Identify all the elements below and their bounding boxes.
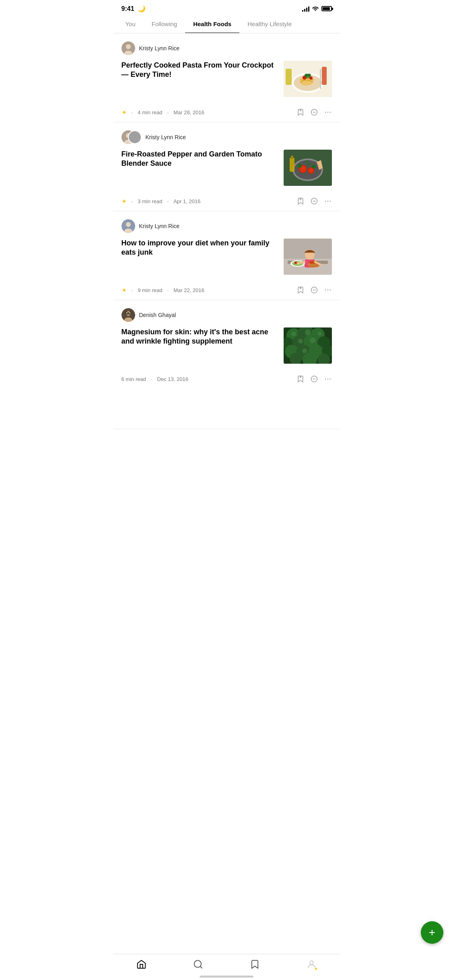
svg-point-66 — [329, 290, 331, 291]
tab-you[interactable]: You — [117, 15, 144, 33]
author-row: Kristy Lynn Rice — [121, 219, 332, 233]
svg-point-43 — [327, 201, 328, 202]
author-name: Kristy Lynn Rice — [139, 45, 180, 51]
article-card: Kristy Lynn Rice Fire-Roasted Pepper and… — [113, 122, 340, 211]
author-name: Kristy Lynn Rice — [146, 134, 186, 140]
svg-point-42 — [325, 201, 326, 202]
hide-button[interactable] — [310, 108, 318, 116]
hide-button[interactable] — [310, 197, 318, 205]
svg-point-30 — [309, 168, 313, 173]
hide-button[interactable] — [310, 375, 318, 383]
svg-point-44 — [329, 201, 331, 202]
read-time: 3 min read — [138, 198, 162, 204]
svg-point-90 — [318, 331, 322, 336]
member-star-icon: ✦ — [121, 198, 127, 205]
avatar — [121, 308, 135, 322]
svg-point-1 — [126, 44, 131, 49]
article-thumbnail — [284, 239, 332, 275]
svg-point-91 — [298, 339, 303, 344]
article-thumbnail — [284, 327, 332, 364]
svg-point-31 — [298, 164, 302, 168]
more-button[interactable] — [324, 375, 332, 383]
battery-icon — [321, 6, 332, 11]
article-actions — [297, 108, 332, 116]
wifi-icon — [312, 5, 319, 12]
hide-button[interactable] — [310, 286, 318, 294]
svg-rect-33 — [290, 158, 294, 172]
svg-point-18 — [325, 112, 326, 113]
article-card: Kristy Lynn Rice How to improve your die… — [113, 211, 340, 300]
svg-rect-13 — [322, 67, 327, 85]
article-meta: ✦ · 4 min read · Mar 28, 2016 — [121, 103, 332, 122]
tab-healthy-lifestyle[interactable]: Healthy Lifestyle — [239, 15, 300, 33]
avatar-secondary — [128, 130, 142, 144]
more-button[interactable] — [324, 286, 332, 294]
article-title[interactable]: Fire-Roasted Pepper and Garden Tomato Bl… — [121, 150, 277, 169]
svg-rect-34 — [291, 156, 293, 159]
svg-point-64 — [325, 290, 326, 291]
article-title[interactable]: Magnesium for skin: why it's the best ac… — [121, 327, 277, 346]
signal-icon — [302, 6, 309, 12]
article-title[interactable]: How to improve your diet when your famil… — [121, 239, 277, 257]
article-body: Fire-Roasted Pepper and Garden Tomato Bl… — [121, 150, 332, 186]
tab-bar[interactable]: You Following Health Foods Healthy Lifes… — [113, 15, 340, 33]
bookmark-button[interactable] — [297, 286, 305, 294]
tab-health-foods[interactable]: Health Foods — [185, 15, 239, 33]
svg-point-32 — [312, 165, 316, 169]
moon-icon: 🌙 — [138, 5, 146, 12]
member-star-icon: ✦ — [121, 109, 127, 116]
svg-point-10 — [308, 74, 311, 77]
article-actions — [297, 197, 332, 205]
avatar-group — [121, 130, 142, 144]
svg-point-88 — [291, 331, 296, 336]
svg-point-100 — [329, 379, 331, 380]
status-time: 9:41 🌙 — [121, 5, 146, 12]
bookmark-button[interactable] — [297, 108, 305, 116]
author-name: Denish Ghayal — [139, 312, 176, 318]
svg-point-19 — [327, 112, 328, 113]
article-date: Dec 13, 2016 — [157, 376, 188, 382]
author-row: Denish Ghayal — [121, 308, 332, 322]
svg-point-56 — [294, 261, 297, 264]
svg-rect-12 — [286, 69, 292, 85]
bookmark-button[interactable] — [297, 197, 305, 205]
article-meta: ✦ · 3 min read · Apr 1, 2016 — [121, 191, 332, 211]
svg-point-65 — [327, 290, 328, 291]
status-icons — [302, 5, 332, 12]
tab-following[interactable]: Following — [144, 15, 185, 33]
svg-point-98 — [325, 379, 326, 380]
article-actions — [297, 375, 332, 383]
avatar — [121, 219, 135, 233]
read-time: 4 min read — [138, 109, 162, 115]
read-time: 9 min read — [138, 287, 162, 293]
article-date: Apr 1, 2016 — [173, 198, 200, 204]
member-star-icon: ✦ — [121, 286, 127, 294]
article-date: Mar 22, 2016 — [173, 287, 204, 293]
article-meta: ✦ · 9 min read · Mar 22, 2016 — [121, 280, 332, 300]
article-body: How to improve your diet when your famil… — [121, 239, 332, 275]
more-button[interactable] — [324, 108, 332, 116]
article-body: Perfectly Cooked Pasta From Your Crockpo… — [121, 61, 332, 97]
article-thumbnail — [284, 61, 332, 97]
svg-point-20 — [329, 112, 331, 113]
author-row: Kristy Lynn Rice — [121, 41, 332, 55]
svg-point-9 — [305, 74, 308, 77]
article-card: Denish Ghayal Magnesium for skin: why it… — [113, 300, 340, 429]
article-card: Kristy Lynn Rice Perfectly Cooked Pasta … — [113, 33, 340, 122]
more-button[interactable] — [324, 197, 332, 205]
article-title[interactable]: Perfectly Cooked Pasta From Your Crockpo… — [121, 61, 277, 80]
author-row: Kristy Lynn Rice — [121, 130, 332, 144]
svg-point-46 — [126, 222, 131, 227]
article-body: Magnesium for skin: why it's the best ac… — [121, 327, 332, 364]
bookmark-button[interactable] — [297, 375, 305, 383]
svg-point-99 — [327, 379, 328, 380]
svg-point-89 — [305, 329, 311, 335]
svg-point-93 — [302, 348, 307, 353]
status-bar: 9:41 🌙 — [113, 0, 340, 15]
svg-rect-11 — [320, 69, 321, 89]
read-time: 6 min read — [121, 376, 146, 382]
svg-point-92 — [310, 338, 315, 343]
article-actions — [297, 286, 332, 294]
author-name: Kristy Lynn Rice — [139, 223, 180, 229]
article-date: Mar 28, 2016 — [173, 109, 204, 115]
